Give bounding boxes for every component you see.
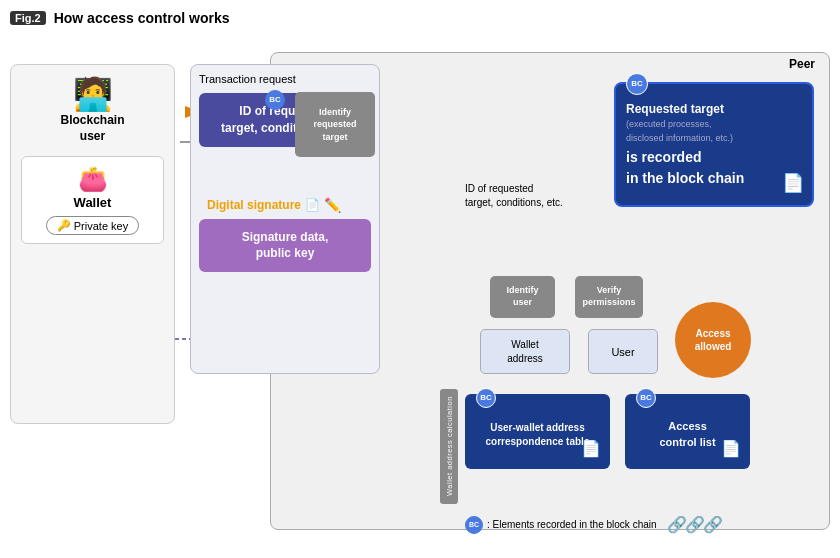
requested-target-title: Requested target: [626, 100, 802, 118]
wallet-label: Wallet: [30, 195, 155, 210]
private-key-button[interactable]: 🔑 Private key: [46, 216, 139, 235]
acl-box: BC Accesscontrol list 📄: [625, 394, 750, 469]
page: Fig.2 How access control works: [0, 0, 840, 558]
user-wallet-table-box: BC User-wallet addresscorrespondence tab…: [465, 394, 610, 469]
bc-badge-wallet-table: BC: [476, 388, 496, 408]
peer-label: Peer: [789, 57, 815, 71]
bc-badge-top: BC: [265, 90, 285, 110]
doc-icon-acl: 📄: [721, 438, 741, 460]
wallet-calc-label: Wallet address calculation: [440, 389, 458, 504]
doc-icon-wallet: 📄: [581, 438, 601, 460]
user-area: 🧑‍💻 Blockchainuser 👛 Wallet 🔑 Private ke…: [10, 64, 175, 424]
legend: BC : Elements recorded in the block chai…: [465, 515, 721, 534]
main-diagram: Peer 🧑‍💻 Blockchainuser 👛 Wallet 🔑 Priva…: [10, 34, 830, 544]
bc-legend-badge: BC: [465, 516, 483, 534]
private-key-label: Private key: [74, 220, 128, 232]
requested-target-box: BC Requested target (executed processes,…: [614, 82, 814, 207]
wallet-address-box: Walletaddress: [480, 329, 570, 374]
bc-badge-acl: BC: [636, 388, 656, 408]
fig-label: Fig.2: [10, 11, 46, 25]
chain-icon: 🔗🔗🔗: [667, 515, 721, 534]
key-icon: 🔑: [57, 219, 71, 232]
access-allowed: Accessallowed: [675, 302, 751, 378]
user-box-peer: User: [588, 329, 658, 374]
digital-signature: Digital signature 📄 ✏️: [207, 197, 371, 213]
sig-data-text: Signature data,public key: [242, 230, 329, 261]
page-title: How access control works: [54, 10, 230, 26]
user-icon: 🧑‍💻: [21, 75, 164, 113]
id-requested-text: ID of requestedtarget, conditions, etc.: [465, 182, 595, 210]
bc-legend-desc: : Elements recorded in the block chain: [487, 519, 657, 530]
wallet-section: 👛 Wallet 🔑 Private key: [21, 156, 164, 244]
user-label: Blockchainuser: [21, 113, 164, 144]
digital-sig-label: Digital signature: [207, 198, 301, 212]
doc-icon: 📄: [782, 170, 804, 197]
verify-perms-box: Verifypermissions: [575, 276, 643, 318]
peer-top-bc: BC: [265, 88, 285, 110]
recorded-text: is recordedin the block chain: [626, 147, 802, 189]
identify-target-box: Identifyrequestedtarget: [295, 92, 375, 157]
blockchain-user: 🧑‍💻 Blockchainuser: [21, 75, 164, 144]
sig-data-box: Signature data,public key: [199, 219, 371, 273]
doc-sig-icon: 📄: [305, 198, 320, 212]
bc-badge-requested: BC: [626, 73, 648, 95]
requested-target-sub: (executed processes,disclosed informatio…: [626, 118, 802, 145]
pen-icon: ✏️: [324, 197, 341, 213]
identify-user-box: Identifyuser: [490, 276, 555, 318]
transaction-title: Transaction request: [199, 73, 371, 85]
wallet-icon: 👛: [78, 165, 108, 192]
